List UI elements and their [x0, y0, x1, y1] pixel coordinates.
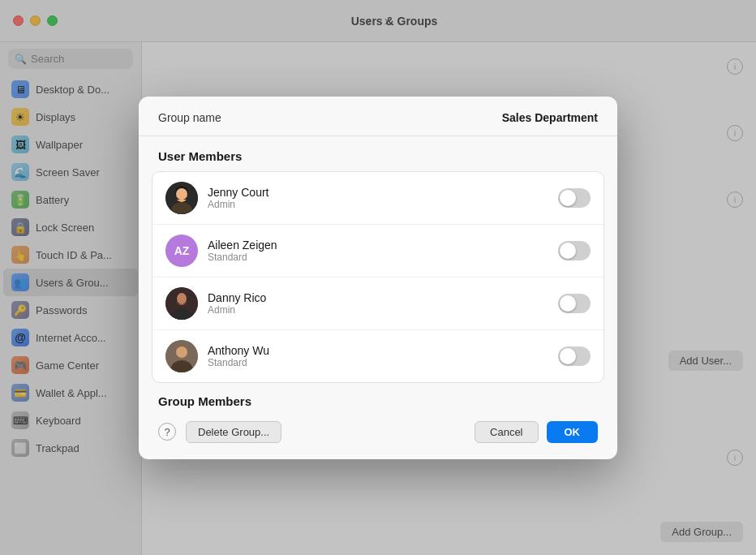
table-row: Anthony Wu Standard: [152, 330, 604, 382]
jenny-toggle[interactable]: [558, 188, 591, 208]
group-name-row: Group name Sales Department: [139, 97, 617, 136]
jenny-avatar-svg: [165, 182, 198, 214]
group-name-value: Sales Department: [502, 111, 598, 124]
member-name: Aileen Zeigen: [208, 239, 548, 252]
modal-dialog: Group name Sales Department User Members: [139, 97, 617, 459]
group-name-label: Group name: [158, 111, 221, 124]
aileen-toggle[interactable]: [558, 241, 591, 260]
modal-footer: ? Delete Group... Cancel OK: [139, 408, 617, 443]
table-row: AZ Aileen Zeigen Standard: [152, 225, 604, 278]
member-info: Jenny Court Admin: [208, 186, 548, 210]
help-button[interactable]: ?: [158, 423, 176, 441]
member-info: Aileen Zeigen Standard: [208, 239, 548, 263]
delete-group-button[interactable]: Delete Group...: [186, 421, 281, 443]
member-role: Standard: [208, 357, 548, 368]
member-role: Admin: [208, 304, 548, 316]
svg-point-9: [177, 293, 187, 304]
table-row: Jenny Court Admin: [152, 172, 604, 225]
avatar: AZ: [165, 234, 198, 267]
footer-left: ? Delete Group...: [158, 421, 281, 443]
member-name: Jenny Court: [208, 186, 548, 199]
member-role: Standard: [208, 252, 548, 263]
anthony-toggle[interactable]: [558, 346, 591, 366]
ok-button[interactable]: OK: [547, 421, 599, 443]
member-info: Anthony Wu Standard: [208, 344, 548, 368]
table-row: Danny Rico Admin: [152, 278, 604, 330]
cancel-button[interactable]: Cancel: [475, 421, 538, 443]
members-list: Jenny Court Admin AZ Aileen Zeigen Stand…: [152, 171, 604, 383]
footer-right: Cancel OK: [475, 421, 598, 443]
svg-point-4: [176, 188, 187, 200]
group-members-section: Group Members: [139, 383, 617, 408]
avatar: [165, 287, 198, 320]
danny-avatar-svg: [165, 287, 198, 320]
avatar: [165, 182, 198, 214]
modal-overlay: Group name Sales Department User Members: [0, 0, 756, 555]
member-info: Danny Rico Admin: [208, 291, 548, 316]
danny-toggle[interactable]: [558, 294, 591, 313]
member-name: Anthony Wu: [208, 344, 548, 357]
member-name: Danny Rico: [208, 291, 548, 304]
member-role: Admin: [208, 199, 548, 210]
group-members-title: Group Members: [158, 394, 598, 408]
user-members-title: User Members: [139, 136, 617, 171]
anthony-avatar-svg: [165, 340, 198, 372]
avatar: [165, 340, 198, 372]
svg-point-11: [176, 346, 187, 358]
